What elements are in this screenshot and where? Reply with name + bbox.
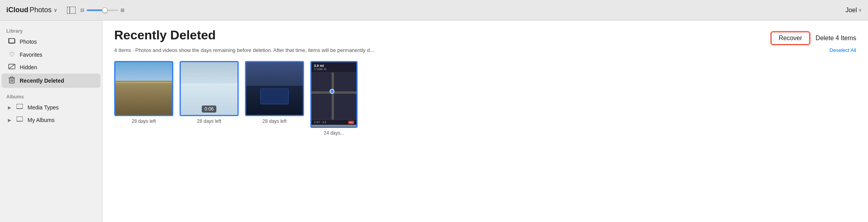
zoom-slider-track[interactable]: [87, 9, 118, 11]
my-albums-icon: [16, 117, 24, 124]
trash-icon: [8, 76, 16, 85]
page-title: Recently Deleted: [114, 28, 216, 42]
desert-sky: [115, 62, 172, 83]
desert-ground: [115, 81, 172, 115]
sidebar-item-recently-deleted[interactable]: Recently Deleted: [2, 74, 100, 88]
title-chevron-icon[interactable]: ∨: [54, 7, 57, 13]
sidebar-photos-label: Photos: [20, 39, 37, 45]
photo-item-desert[interactable]: 28 days left: [114, 61, 173, 124]
media-types-icon: [16, 104, 24, 111]
svg-rect-16: [17, 117, 23, 121]
desert-horizon: [115, 82, 172, 83]
delete-button[interactable]: Delete 4 Items: [816, 35, 856, 42]
car-interior-visual: [246, 62, 303, 115]
photo-thumb-car[interactable]: [245, 61, 304, 116]
map-footer-red-badge: Ext: [348, 121, 354, 124]
sidebar-toggle-button[interactable]: [67, 7, 76, 14]
content-header: Recently Deleted Recover Delete 4 Items: [114, 28, 856, 45]
map-footer-numbers: 1747 · 3.5: [314, 121, 326, 124]
photo-car-label: 28 days left: [262, 118, 286, 124]
photo-desert-label: 28 days left: [132, 118, 156, 124]
sidebar-favorites-label: Favorites: [20, 52, 43, 58]
photo-thumb-saltflat[interactable]: 0:06: [180, 61, 239, 116]
brand-icloud: iCloud: [6, 6, 28, 14]
favorites-icon: ♡: [8, 51, 16, 58]
user-name: Joel: [846, 7, 857, 14]
zoom-small-icon: ⊟: [80, 7, 84, 13]
photo-thumb-desert[interactable]: [114, 61, 173, 116]
user-menu[interactable]: Joel ∨: [846, 7, 862, 14]
svg-line-6: [9, 64, 15, 69]
sidebar-item-hidden[interactable]: Hidden: [2, 61, 100, 74]
svg-rect-4: [9, 39, 15, 43]
map-body: [312, 72, 356, 120]
sidebar-item-my-albums[interactable]: ▶ My Albums: [2, 114, 100, 126]
map-road-vertical: [332, 72, 334, 120]
albums-section-label: Albums: [0, 92, 102, 101]
photo-item-saltflat[interactable]: 0:06 28 days left: [180, 61, 239, 124]
svg-rect-0: [67, 7, 76, 14]
desert-photo-visual: [115, 62, 172, 115]
sidebar-item-favorites[interactable]: ♡ Favorites: [2, 48, 100, 61]
sidebar-item-photos[interactable]: Photos: [2, 35, 100, 48]
photo-item-map[interactable]: 3.0 mi S State St 1747 · 3.5 Ext: [310, 61, 358, 136]
photo-item-car[interactable]: 28 days left: [245, 61, 304, 124]
meta-description: 4 Items · Photos and videos show the day…: [114, 47, 421, 53]
app-title: iCloud Photos ∨: [6, 6, 57, 14]
deselect-all-button[interactable]: Deselect All: [829, 47, 856, 53]
sidebar-my-albums-label: My Albums: [28, 117, 54, 123]
media-types-expand-icon: ▶: [8, 105, 11, 110]
photos-icon: [8, 38, 16, 45]
sidebar-item-media-types[interactable]: ▶ Media Types: [2, 101, 100, 114]
map-header: 3.0 mi S State St: [312, 62, 356, 72]
saltflat-sky: [181, 62, 237, 86]
car-screen: [260, 89, 289, 104]
sidebar-media-types-label: Media Types: [28, 104, 59, 111]
car-windshield: [246, 62, 303, 89]
map-header-content: 3.0 mi S State St: [314, 64, 326, 70]
photo-saltflat-label: 28 days left: [197, 118, 221, 124]
sidebar: Library Photos ♡ Favorites Hi: [0, 20, 102, 222]
sidebar-recently-deleted-label: Recently Deleted: [20, 78, 64, 84]
map-location-dot: [330, 89, 334, 94]
map-distance: 3.0 mi: [314, 64, 326, 68]
map-photo-visual: 3.0 mi S State St 1747 · 3.5 Ext: [312, 62, 356, 127]
map-address: S State St: [314, 68, 326, 70]
sidebar-hidden-label: Hidden: [20, 64, 37, 70]
content-area: Recently Deleted Recover Delete 4 Items …: [102, 20, 868, 222]
recover-button[interactable]: Recover: [771, 31, 810, 45]
svg-rect-15: [17, 104, 23, 109]
topbar-controls: ⊟ ⊞: [67, 7, 124, 14]
map-footer: 1747 · 3.5 Ext: [312, 120, 356, 125]
content-actions: Recover Delete 4 Items: [771, 28, 856, 45]
hidden-icon: [8, 64, 16, 71]
video-duration-badge: 0:06: [202, 105, 216, 113]
zoom-slider-container: ⊟ ⊞: [80, 7, 124, 13]
brand-photos: Photos: [30, 6, 52, 14]
zoom-large-icon: ⊞: [121, 7, 124, 13]
zoom-slider-thumb[interactable]: [102, 7, 108, 13]
user-chevron-icon: ∨: [859, 7, 862, 13]
photo-thumb-map[interactable]: 3.0 mi S State St 1747 · 3.5 Ext: [310, 61, 358, 128]
topbar: iCloud Photos ∨ ⊟ ⊞ Joel ∨: [0, 0, 868, 20]
content-meta: 4 Items · Photos and videos show the day…: [114, 47, 856, 53]
library-section-label: Library: [0, 27, 102, 35]
photo-map-label: 24 days...: [324, 130, 344, 136]
my-albums-expand-icon: ▶: [8, 118, 11, 123]
photo-grid: 28 days left 0:06 28 days left: [114, 61, 856, 136]
main-layout: Library Photos ♡ Favorites Hi: [0, 20, 868, 222]
